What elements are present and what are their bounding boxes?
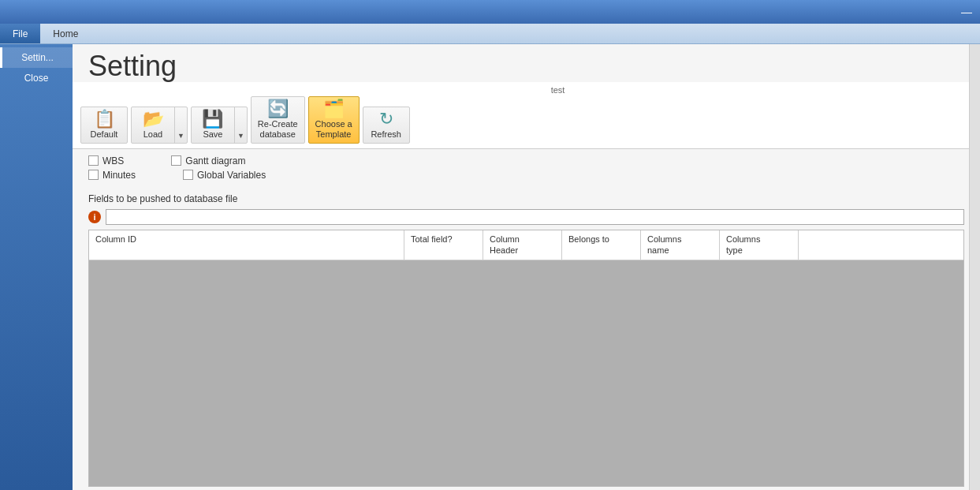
- checkbox-row-2: Minutes Global Variables: [88, 170, 964, 181]
- recreate-icon: 🔄: [267, 100, 289, 118]
- col-id-header: Column ID: [89, 230, 404, 260]
- scrollbar-right[interactable]: [969, 44, 980, 490]
- minutes-checkbox[interactable]: Minutes: [88, 170, 136, 181]
- save-label: Save: [203, 129, 222, 140]
- load-button-split[interactable]: 📂 Load ▼: [131, 107, 188, 144]
- ribbon-buttons: 📋 Default 📂 Load ▼ 💾 Save: [80, 96, 972, 144]
- page-title: Setting: [73, 44, 980, 82]
- gantt-checkbox-box[interactable]: [171, 155, 181, 166]
- col-header-header: ColumnHeader: [483, 230, 562, 260]
- main-layout: Settin... Close Setting test 📋 Default 📂…: [0, 44, 980, 490]
- global-checkbox-box[interactable]: [183, 170, 193, 180]
- save-icon: 💾: [202, 110, 223, 128]
- global-label: Global Variables: [197, 170, 266, 181]
- col-name-header: Columnsname: [641, 230, 720, 260]
- refresh-icon: ↻: [379, 110, 393, 128]
- save-button-main[interactable]: 💾 Save: [192, 107, 234, 143]
- load-icon: 📂: [143, 110, 164, 128]
- load-arrow[interactable]: ▼: [174, 107, 187, 143]
- content-area: Setting test 📋 Default 📂 Load ▼: [73, 44, 980, 490]
- info-input[interactable]: [106, 209, 964, 225]
- wbs-label: WBS: [102, 155, 124, 166]
- minutes-label: Minutes: [102, 170, 136, 181]
- global-checkbox[interactable]: Global Variables: [183, 170, 266, 181]
- title-bar: —: [0, 0, 980, 24]
- load-button-main[interactable]: 📂 Load: [132, 107, 174, 143]
- choose-template-button[interactable]: 🗂️ Choose aTemplate: [308, 96, 360, 144]
- save-button-split[interactable]: 💾 Save ▼: [191, 107, 248, 144]
- default-label: Default: [91, 129, 118, 140]
- col-type-header: Columnstype: [720, 230, 799, 260]
- choose-label: Choose aTemplate: [315, 119, 352, 140]
- table-body: [89, 260, 963, 487]
- recreate-button[interactable]: 🔄 Re-Createdatabase: [251, 96, 305, 144]
- sidebar-item-setting[interactable]: Settin...: [0, 47, 73, 68]
- gantt-checkbox[interactable]: Gantt diagram: [171, 155, 245, 166]
- col-total-header: Total field?: [404, 230, 483, 260]
- refresh-button[interactable]: ↻ Refresh: [363, 107, 410, 144]
- ribbon: test 📋 Default 📂 Load ▼: [73, 82, 980, 149]
- menu-bar: File Home: [0, 24, 980, 44]
- wbs-checkbox-box[interactable]: [88, 155, 99, 166]
- sidebar: Settin... Close: [0, 44, 73, 490]
- minutes-checkbox-box[interactable]: [88, 170, 99, 180]
- table-header: Column ID Total field? ColumnHeader Belo…: [89, 230, 963, 260]
- default-button[interactable]: 📋 Default: [80, 107, 128, 144]
- minimize-icon[interactable]: —: [961, 6, 972, 18]
- menu-file[interactable]: File: [0, 24, 40, 43]
- info-icon: i: [88, 211, 101, 223]
- choose-icon: 🗂️: [323, 100, 345, 118]
- col-belongs-header: Belongs to: [562, 230, 641, 260]
- ribbon-group-label: test: [80, 85, 972, 95]
- info-bar: i: [88, 209, 964, 225]
- save-arrow[interactable]: ▼: [234, 107, 247, 143]
- table-container: Column ID Total field? ColumnHeader Belo…: [88, 230, 964, 487]
- load-label: Load: [143, 129, 162, 140]
- fields-label: Fields to be pushed to database file: [73, 190, 980, 208]
- refresh-label: Refresh: [371, 129, 401, 140]
- menu-home[interactable]: Home: [40, 24, 91, 43]
- recreate-label: Re-Createdatabase: [258, 119, 298, 140]
- sidebar-item-close[interactable]: Close: [0, 68, 73, 88]
- gantt-label: Gantt diagram: [185, 155, 245, 166]
- checkboxes-area: WBS Gantt diagram Minutes Global Variabl…: [73, 149, 980, 190]
- wbs-checkbox[interactable]: WBS: [88, 155, 124, 166]
- checkbox-row-1: WBS Gantt diagram: [88, 155, 964, 166]
- default-icon: 📋: [94, 110, 115, 128]
